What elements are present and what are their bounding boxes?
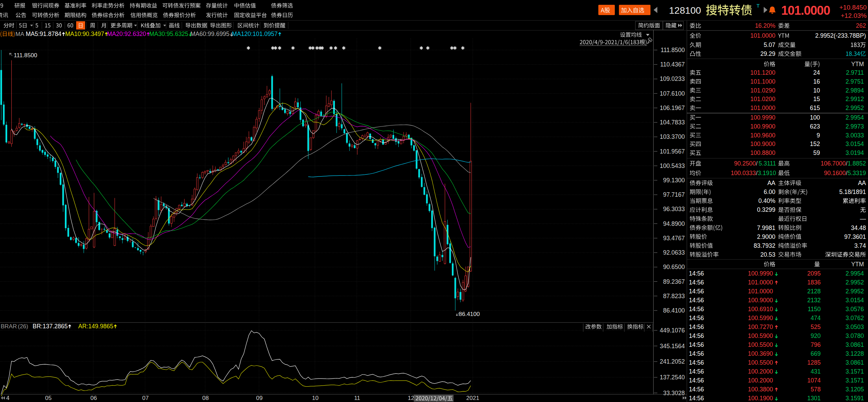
svg-text:14:56: 14:56 [689,341,704,348]
svg-text:/: / [756,170,758,176]
svg-text:100.5433: 100.5433 [660,162,685,169]
svg-text:86.4100: 86.4100 [663,307,685,314]
svg-text:100.1900: 100.1900 [748,395,773,402]
svg-text:MA60:99.6995: MA60:99.6995 [190,31,230,37]
svg-text:525: 525 [811,324,821,330]
svg-text:99.1300: 99.1300 [663,177,685,184]
svg-text:3.1571: 3.1571 [845,377,864,384]
svg-text:100.9900: 100.9900 [750,123,775,130]
svg-text:1074: 1074 [807,377,821,384]
svg-text:449.1076: 449.1076 [660,327,685,334]
svg-text:MA10:90.3497: MA10:90.3497 [65,31,104,37]
svg-text:474: 474 [811,315,821,321]
svg-text:3.1910: 3.1910 [758,170,776,176]
svg-text:08: 08 [202,395,209,401]
svg-text:YTM: YTM [851,61,864,68]
svg-text:2.9000: 2.9000 [757,233,775,240]
svg-text:5.3111: 5.3111 [759,160,776,167]
svg-text:3.1205: 3.1205 [845,386,864,393]
svg-text:101.0000: 101.0000 [748,279,773,286]
svg-text:101.9567: 101.9567 [660,148,685,155]
svg-text:14:56: 14:56 [689,306,704,313]
svg-text:07: 07 [142,395,149,401]
svg-text:+10.8450: +10.8450 [839,4,867,11]
svg-text:09: 09 [256,395,263,401]
svg-text:2021: 2021 [466,395,479,401]
svg-text:1.8852: 1.8852 [847,160,866,167]
svg-text:24: 24 [813,69,820,76]
svg-text:1836: 1836 [807,279,821,286]
svg-text:34.48: 34.48 [851,224,866,231]
svg-text:2095: 2095 [807,270,821,277]
svg-text:2.9952: 2.9952 [845,105,864,111]
svg-text:137.2540: 137.2540 [660,374,685,381]
svg-text:14:56: 14:56 [689,359,704,366]
svg-text:14:56: 14:56 [689,315,704,321]
svg-text:103.3700: 103.3700 [660,133,685,140]
svg-text:623: 623 [810,123,820,130]
svg-text:16.20%: 16.20% [755,22,775,29]
svg-text:110.4367: 110.4367 [660,61,685,68]
svg-text:3.0154: 3.0154 [845,297,864,304]
svg-text:2.9954: 2.9954 [845,114,864,121]
svg-text:/: / [756,160,758,167]
svg-text:100: 100 [810,114,820,121]
svg-text:MA30:95.6325: MA30:95.6325 [149,31,188,37]
svg-text:14:56: 14:56 [689,377,704,384]
svg-text:104.7833: 104.7833 [660,119,685,126]
svg-text:T: T [756,3,760,9]
svg-text:14:56: 14:56 [689,324,704,330]
svg-text:83.7932: 83.7932 [754,242,775,249]
svg-text:100.5900: 100.5900 [748,332,773,339]
svg-text:3.0194: 3.0194 [845,149,864,156]
svg-text:101.0000: 101.0000 [750,105,775,111]
svg-text:3.0154: 3.0154 [845,141,864,147]
svg-text:14:56: 14:56 [689,395,704,402]
svg-text:MA20:92.6320: MA20:92.6320 [107,31,146,37]
svg-text:20.53: 20.53 [760,251,775,258]
svg-text:2128: 2128 [807,288,821,295]
svg-text:—: — [860,215,866,222]
svg-text:92.0633: 92.0633 [663,249,685,256]
svg-text:100.7270: 100.7270 [748,324,773,330]
svg-text:1150: 1150 [808,306,821,313]
svg-text:59: 59 [813,149,820,156]
svg-text:101.0290: 101.0290 [750,87,775,94]
svg-text:89.2367: 89.2367 [663,278,685,285]
svg-text:6.00: 6.00 [764,188,775,195]
svg-text:2.9751: 2.9751 [845,78,864,85]
svg-text:111.8500: 111.8500 [661,47,685,53]
svg-text:87.8233: 87.8233 [663,293,685,300]
svg-text:14:56: 14:56 [689,368,704,375]
svg-text:100.5500: 100.5500 [748,341,773,348]
svg-text:2.9894: 2.9894 [845,87,864,94]
svg-text:100.9600: 100.9600 [750,132,775,139]
svg-text:2.9954: 2.9954 [845,270,864,277]
svg-text:14:56: 14:56 [689,279,704,286]
svg-text:97.7167: 97.7167 [663,191,685,198]
svg-text:101.0200: 101.0200 [750,96,775,102]
svg-text:14:56: 14:56 [689,332,704,339]
svg-text:9: 9 [817,132,820,139]
svg-text:10: 10 [813,87,820,94]
svg-text:93.4767: 93.4767 [663,235,685,242]
svg-text:2.9952(-233.78BP): 2.9952(-233.78BP) [815,32,866,39]
svg-text:1285: 1285 [807,359,821,366]
svg-text:3.0861: 3.0861 [845,359,864,366]
svg-text:2.9952: 2.9952 [845,279,864,286]
svg-text:90.2500: 90.2500 [734,160,756,167]
svg-text:101.1200: 101.1200 [750,69,775,76]
svg-text:107.6100: 107.6100 [660,90,685,97]
svg-text:3.1571: 3.1571 [845,368,864,375]
svg-text:33.3028: 33.3028 [663,390,685,397]
svg-text:10: 10 [312,395,319,401]
svg-text:100.2000: 100.2000 [748,368,773,375]
svg-text:100.3690: 100.3690 [748,350,773,357]
svg-text:BR:137.2865: BR:137.2865 [33,323,68,330]
svg-text:101.0000: 101.0000 [750,32,775,39]
svg-text:3.1228: 3.1228 [845,350,864,357]
svg-text:100.2000: 100.2000 [748,377,773,384]
svg-text:14:56: 14:56 [689,270,704,277]
svg-text:100.6910: 100.6910 [748,306,773,313]
svg-text:5.3319: 5.3319 [847,170,866,176]
